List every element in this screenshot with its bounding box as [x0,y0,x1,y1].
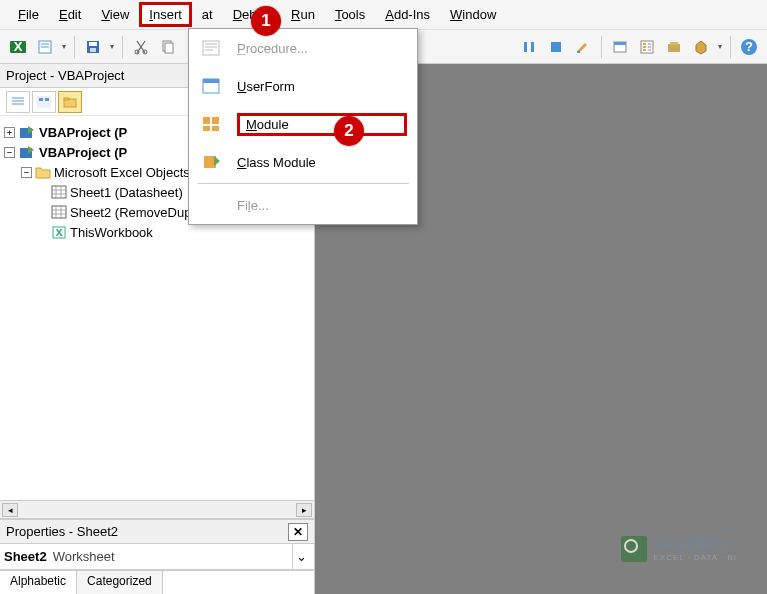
menu-insert[interactable]: Insert [139,2,192,27]
blank-icon [199,194,223,216]
svg-rect-6 [89,42,97,46]
tree-hscrollbar[interactable]: ◂ ▸ [0,500,314,518]
expand-icon[interactable]: + [4,127,15,138]
svg-rect-41 [212,126,219,131]
toolbox-icon[interactable] [689,35,713,59]
tab-categorized[interactable]: Categorized [77,571,163,594]
menu-item-label: File... [237,198,407,213]
svg-rect-25 [39,98,43,101]
toolbar-separator-3 [601,36,602,58]
toolbar-separator [74,36,75,58]
menu-item-class-module[interactable]: Class Module [189,143,417,181]
svg-text:?: ? [745,39,753,54]
properties-object-selector[interactable]: Sheet2 Worksheet ⌄ [0,544,314,570]
menu-bar: FFileile Edit View Insert at Debug Run T… [0,0,767,30]
help-icon[interactable]: ? [737,35,761,59]
menu-window[interactable]: Window [440,2,506,27]
menu-item-procedure: Procedure... [189,29,417,67]
object-type: Worksheet [53,549,115,564]
menu-format[interactable]: at [192,2,223,27]
scroll-right-icon[interactable]: ▸ [296,503,312,517]
svg-rect-7 [90,48,96,52]
svg-rect-24 [37,96,51,108]
break-icon[interactable] [517,35,541,59]
object-browser-icon[interactable] [662,35,686,59]
toolbox-dropdown[interactable]: ▾ [716,35,724,59]
menu-file[interactable]: FFileile [8,2,49,27]
tree-label: VBAProject (P [39,145,127,160]
menu-addins[interactable]: Add-Ins [375,2,440,27]
watermark-icon [621,536,647,562]
workbook-icon: x [51,225,67,239]
svg-rect-35 [203,41,219,55]
menu-item-module[interactable]: Module [189,105,417,143]
copy-icon[interactable] [156,35,180,59]
tree-label: Sheet1 (Datasheet) [70,185,183,200]
svg-rect-28 [64,98,69,100]
tree-label: Microsoft Excel Objects [54,165,190,180]
view-code-icon[interactable] [6,91,30,113]
svg-rect-15 [577,51,580,53]
svg-text:X: X [14,39,23,54]
module-icon [199,113,223,135]
svg-rect-40 [203,126,210,131]
project-pane-title: Project - VBAProject [6,68,125,83]
tab-alphabetic[interactable]: Alphabetic [0,571,77,594]
menu-run[interactable]: Run [281,2,325,27]
svg-rect-18 [641,41,653,53]
callout-badge-1: 1 [251,6,281,36]
scroll-left-icon[interactable]: ◂ [2,503,18,517]
svg-rect-19 [668,44,680,52]
menu-insert-label: nsert [153,7,182,22]
collapse-icon[interactable]: − [4,147,15,158]
svg-rect-11 [165,43,173,53]
worksheet-icon [51,205,67,219]
collapse-icon[interactable]: − [21,167,32,178]
properties-header: Properties - Sheet2 ✕ [0,520,314,544]
vba-project-icon [18,124,36,140]
class-module-icon [199,151,223,173]
save-dropdown[interactable]: ▾ [108,35,116,59]
svg-rect-32 [52,206,66,218]
menu-item-label: UserForm [237,79,407,94]
toolbar-dropdown[interactable]: ▾ [60,35,68,59]
svg-rect-37 [203,79,219,83]
worksheet-icon [51,185,67,199]
toggle-folders-icon[interactable] [58,91,82,113]
svg-text:x: x [55,225,63,239]
menu-separator [197,183,409,184]
svg-rect-20 [670,42,678,45]
cut-icon[interactable] [129,35,153,59]
properties-title: Properties - Sheet2 [6,524,118,539]
project-explorer-icon[interactable] [608,35,632,59]
menu-view[interactable]: View [91,2,139,27]
reset-icon[interactable] [544,35,568,59]
tree-label: VBAProject (P [39,125,127,140]
chevron-down-icon[interactable]: ⌄ [292,544,310,569]
object-name: Sheet2 [4,549,47,564]
watermark: exceldemy EXCEL · DATA · BI [621,535,737,562]
folder-open-icon [35,165,51,179]
tree-label: ThisWorkbook [70,225,153,240]
menu-item-file: File... [189,186,417,224]
tree-thisworkbook[interactable]: x ThisWorkbook [4,222,310,242]
menu-item-label: Module [237,113,407,136]
close-icon[interactable]: ✕ [288,523,308,541]
vba-project-icon [18,144,36,160]
svg-rect-14 [551,42,561,52]
svg-rect-13 [531,42,534,52]
menu-edit[interactable]: Edit [49,2,91,27]
menu-tools[interactable]: Tools [325,2,375,27]
excel-icon[interactable]: X [6,35,30,59]
watermark-sub: EXCEL · DATA · BI [653,553,737,562]
menu-item-userform[interactable]: UserForm [189,67,417,105]
svg-rect-39 [212,117,219,124]
insert-menu-dropdown: Procedure... UserForm Module Class Modul… [188,28,418,225]
insert-module-icon[interactable] [33,35,57,59]
save-icon[interactable] [81,35,105,59]
properties-icon[interactable] [635,35,659,59]
view-object-icon[interactable] [32,91,56,113]
toolbar-separator-4 [730,36,731,58]
design-mode-icon[interactable] [571,35,595,59]
svg-rect-38 [203,117,210,124]
